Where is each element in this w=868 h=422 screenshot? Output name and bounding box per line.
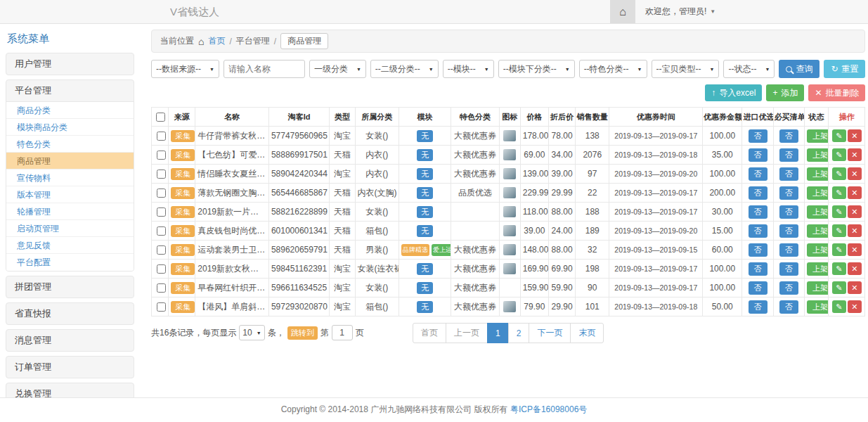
row-checkbox[interactable] xyxy=(157,132,166,141)
row-checkbox[interactable] xyxy=(157,264,166,274)
filter-select[interactable]: --模块--▼ xyxy=(443,60,494,78)
sidebar-subitem[interactable]: 特色分类 xyxy=(6,136,134,153)
status-badge[interactable]: 上架 xyxy=(807,224,829,238)
must-buy-toggle[interactable]: 否 xyxy=(779,300,798,314)
status-badge[interactable]: 上架 xyxy=(807,205,829,219)
import-excel-button[interactable]: ↑ 导入excel xyxy=(705,84,762,101)
filter-select[interactable]: --模块下分类--▼ xyxy=(498,60,575,78)
edit-button[interactable]: ✎ xyxy=(832,300,846,313)
status-badge[interactable]: 上架 xyxy=(807,148,829,162)
row-checkbox[interactable] xyxy=(157,226,166,236)
page-button[interactable]: 上一页 xyxy=(446,323,488,343)
breadcrumb-home-link[interactable]: 首页 xyxy=(208,35,225,47)
must-buy-toggle[interactable]: 否 xyxy=(779,262,798,276)
sidebar-subitem[interactable]: 启动页管理 xyxy=(6,220,134,237)
filter-select[interactable]: --状态--▼ xyxy=(723,60,775,78)
delete-button[interactable]: ✕ xyxy=(848,167,862,180)
icp-link[interactable]: 粤ICP备16098006号 xyxy=(510,404,587,414)
add-button[interactable]: + 添加 xyxy=(766,84,804,101)
import-pick-toggle[interactable]: 否 xyxy=(749,167,767,181)
delete-button[interactable]: ✕ xyxy=(848,243,862,256)
must-buy-toggle[interactable]: 否 xyxy=(779,129,798,143)
delete-button[interactable]: ✕ xyxy=(848,205,862,218)
import-pick-toggle[interactable]: 否 xyxy=(749,262,767,276)
edit-button[interactable]: ✎ xyxy=(832,148,846,161)
must-buy-toggle[interactable]: 否 xyxy=(779,186,798,200)
sidebar-item[interactable]: 拼团管理 xyxy=(6,276,134,298)
page-button[interactable]: 下一页 xyxy=(529,323,571,343)
import-pick-toggle[interactable]: 否 xyxy=(749,300,767,314)
delete-button[interactable]: ✕ xyxy=(848,300,862,313)
sidebar-item[interactable]: 订单管理 xyxy=(6,357,134,378)
sidebar-subitem[interactable]: 意见反馈 xyxy=(6,237,134,254)
delete-button[interactable]: ✕ xyxy=(848,224,862,237)
must-buy-toggle[interactable]: 否 xyxy=(779,224,798,238)
row-checkbox[interactable] xyxy=(157,188,166,198)
edit-button[interactable]: ✎ xyxy=(832,224,846,237)
status-badge[interactable]: 上架 xyxy=(807,300,829,314)
import-pick-toggle[interactable]: 否 xyxy=(749,205,767,219)
edit-button[interactable]: ✎ xyxy=(832,186,846,199)
filter-select[interactable]: --数据来源--▼ xyxy=(151,60,219,78)
row-checkbox[interactable] xyxy=(157,283,166,293)
status-badge[interactable]: 上架 xyxy=(807,186,829,200)
delete-button[interactable]: ✕ xyxy=(848,262,862,275)
status-badge[interactable]: 上架 xyxy=(807,281,829,295)
filter-select[interactable]: --宝贝类型--▼ xyxy=(652,60,720,78)
delete-button[interactable]: ✕ xyxy=(848,281,862,294)
sidebar-subitem[interactable]: 模块商品分类 xyxy=(6,119,134,136)
sidebar-subitem[interactable]: 商品管理 xyxy=(6,153,134,170)
must-buy-toggle[interactable]: 否 xyxy=(779,148,798,162)
filter-select[interactable]: 一级分类▼ xyxy=(309,60,366,78)
page-button[interactable]: 2 xyxy=(508,323,530,343)
row-checkbox[interactable] xyxy=(157,245,166,255)
edit-button[interactable]: ✎ xyxy=(832,262,846,275)
sidebar-subitem[interactable]: 宣传物料 xyxy=(6,170,134,186)
import-pick-toggle[interactable]: 否 xyxy=(749,243,767,257)
import-pick-toggle[interactable]: 否 xyxy=(749,148,767,162)
must-buy-toggle[interactable]: 否 xyxy=(779,205,798,219)
edit-button[interactable]: ✎ xyxy=(832,167,846,180)
edit-button[interactable]: ✎ xyxy=(832,129,846,142)
sidebar-item[interactable]: 平台管理 xyxy=(6,80,134,101)
page-button[interactable]: 1 xyxy=(487,323,509,343)
sidebar-subitem[interactable]: 商品分类 xyxy=(6,102,134,119)
search-button[interactable]: 查询 xyxy=(779,60,820,78)
row-checkbox[interactable] xyxy=(157,170,166,179)
sidebar-item[interactable]: 省直快报 xyxy=(6,303,134,324)
import-pick-toggle[interactable]: 否 xyxy=(749,224,767,238)
sidebar-subitem[interactable]: 平台配置 xyxy=(6,254,134,271)
filter-select[interactable]: --特色分类--▼ xyxy=(579,60,647,78)
must-buy-toggle[interactable]: 否 xyxy=(779,167,798,181)
name-filter-input[interactable] xyxy=(224,60,305,78)
import-pick-toggle[interactable]: 否 xyxy=(749,281,767,295)
sidebar-subitem[interactable]: 版本管理 xyxy=(6,186,134,203)
home-button[interactable]: ⌂ xyxy=(610,0,635,23)
delete-button[interactable]: ✕ xyxy=(848,186,862,199)
delete-button[interactable]: ✕ xyxy=(848,129,862,142)
filter-select[interactable]: --二级分类--▼ xyxy=(370,60,439,78)
status-badge[interactable]: 上架 xyxy=(807,129,829,143)
sidebar-item[interactable]: 用户管理 xyxy=(6,53,134,75)
status-badge[interactable]: 上架 xyxy=(807,167,829,181)
page-button[interactable]: 末页 xyxy=(570,323,604,343)
status-badge[interactable]: 上架 xyxy=(807,262,829,276)
must-buy-toggle[interactable]: 否 xyxy=(779,281,798,295)
batch-delete-button[interactable]: ✕ 批量删除 xyxy=(808,84,865,101)
sidebar-subitem[interactable]: 轮播管理 xyxy=(6,203,134,220)
row-checkbox[interactable] xyxy=(157,151,166,160)
delete-button[interactable]: ✕ xyxy=(848,148,862,161)
import-pick-toggle[interactable]: 否 xyxy=(749,186,767,200)
jump-button[interactable]: 跳转到 xyxy=(287,326,318,340)
edit-button[interactable]: ✎ xyxy=(832,205,846,218)
select-all-checkbox[interactable] xyxy=(156,113,165,122)
row-checkbox[interactable] xyxy=(157,302,166,312)
reset-button[interactable]: ↻ 重置 xyxy=(824,60,865,78)
import-pick-toggle[interactable]: 否 xyxy=(749,129,767,143)
edit-button[interactable]: ✎ xyxy=(832,243,846,256)
status-badge[interactable]: 上架 xyxy=(807,243,829,257)
must-buy-toggle[interactable]: 否 xyxy=(779,243,798,257)
breadcrumb-item-platform[interactable]: 平台管理 xyxy=(236,35,270,47)
per-page-select[interactable]: 10 ▼ xyxy=(239,325,264,340)
sidebar-item[interactable]: 消息管理 xyxy=(6,330,134,351)
